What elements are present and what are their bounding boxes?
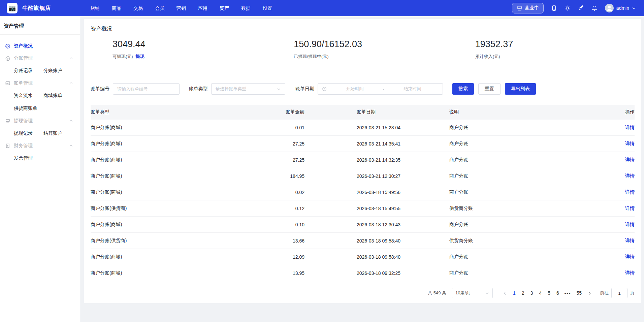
goto-page-input[interactable]: [611, 288, 627, 298]
cell-desc: 商户分账: [449, 222, 614, 228]
sidebar-subitem[interactable]: 商城账单: [43, 89, 76, 102]
cell-bill-date: 2026-03-18 12:30:43: [357, 222, 449, 227]
cell-desc: 供货商分账: [449, 205, 614, 212]
group-label: 提现管理: [14, 118, 33, 124]
page-number-2[interactable]: 2: [522, 290, 524, 296]
col-action: 操作: [614, 109, 635, 115]
cell-bill-amount: 27.25: [264, 141, 304, 147]
page-number-3[interactable]: 3: [530, 290, 533, 296]
cell-desc: 商户分账: [449, 254, 614, 260]
prev-page-icon[interactable]: [503, 291, 507, 295]
page-size-select[interactable]: 10条/页: [452, 288, 493, 298]
table-header: 账单类型 账单金额 账单日期 说明 操作: [91, 105, 635, 120]
page-number-5[interactable]: 5: [548, 290, 550, 296]
detail-link[interactable]: 详情: [625, 205, 635, 211]
sidebar-subgroup-profit-sharing: 分账记录分账账户: [4, 64, 76, 77]
cell-desc: 供货商分账: [449, 238, 614, 244]
reset-button[interactable]: 重置: [478, 83, 501, 95]
withdraw-link[interactable]: 提现: [136, 54, 144, 60]
settings-gear-icon[interactable]: [565, 5, 571, 11]
sidebar-subitem[interactable]: 分账记录: [14, 64, 43, 77]
profit-sharing-icon: [5, 56, 10, 61]
detail-link[interactable]: 详情: [625, 141, 635, 146]
col-bill-type: 账单类型: [91, 109, 264, 115]
stat-value: 19352.37: [475, 39, 635, 50]
export-button[interactable]: 导出列表: [505, 83, 536, 95]
page-number-1[interactable]: 1: [513, 290, 516, 296]
user-menu[interactable]: admin: [605, 4, 636, 12]
sidebar-subitem[interactable]: 资金流水: [14, 89, 43, 102]
nav-item-app[interactable]: 应用: [192, 0, 214, 16]
date-end-placeholder[interactable]: 结束时间: [386, 86, 439, 92]
pagination-ellipsis[interactable]: •••: [565, 291, 571, 296]
notification-bell-icon[interactable]: [591, 5, 598, 11]
detail-link[interactable]: 详情: [625, 173, 635, 179]
sidebar-subitem[interactable]: 提现记录: [14, 127, 43, 140]
page-number-last[interactable]: 55: [576, 290, 582, 296]
stats-row: 3049.44 可提现(元) 提现 150.90/16152.03 已提现/提现…: [91, 39, 635, 60]
sidebar-subitem[interactable]: 发票管理: [14, 152, 43, 165]
detail-link[interactable]: 详情: [625, 270, 635, 276]
detail-link[interactable]: 详情: [625, 254, 635, 259]
table-row: 商户分账(商城)27.252026-03-21 14:32:35商户分账详情: [91, 152, 635, 168]
storefront-icon: [517, 5, 522, 11]
sidebar-item-asset-overview[interactable]: 资产概况: [4, 40, 76, 52]
sidebar-group-finance[interactable]: 财务管理: [4, 140, 76, 152]
brand: 📷 牛酷旗舰店: [7, 3, 84, 13]
detail-link[interactable]: 详情: [625, 238, 635, 243]
detail-link[interactable]: 详情: [625, 222, 635, 227]
cell-bill-amount: 27.25: [264, 157, 304, 163]
table-row: 商户分账(商城)184.952026-03-21 12:30:27商户分账详情: [91, 168, 635, 184]
nav-item-trade[interactable]: 交易: [127, 0, 149, 16]
table-row: 商户分账(供货商)13.662026-03-18 09:58:40供货商分账详情: [91, 233, 635, 249]
date-range-picker[interactable]: 开始时间 - 结束时间: [318, 83, 443, 95]
topnav-right: 营业中 admi: [512, 3, 636, 13]
cell-bill-date: 2026-03-21 15:23:04: [357, 125, 449, 130]
sidebar-group-profit-sharing[interactable]: 分账管理: [4, 52, 76, 64]
store-status-label: 营业中: [525, 5, 539, 11]
nav-item-member[interactable]: 会员: [149, 0, 170, 16]
group-label: 账单管理: [14, 80, 33, 86]
detail-link[interactable]: 详情: [625, 157, 635, 162]
sidebar-subitem[interactable]: 分账账户: [43, 64, 76, 77]
bill-icon: [5, 80, 10, 86]
sidebar-subitem[interactable]: 供货商账单: [14, 102, 43, 115]
next-page-icon[interactable]: [587, 291, 592, 295]
nav-item-marketing[interactable]: 营销: [170, 0, 192, 16]
bill-no-input[interactable]: [117, 87, 175, 92]
cell-desc: 商户分账: [449, 141, 614, 147]
sidebar-group-withdrawal[interactable]: 提现管理: [4, 115, 76, 127]
main-content: 资产概况 3049.44 可提现(元) 提现 150.90/16152.03 已…: [84, 19, 641, 303]
mobile-preview-icon[interactable]: [551, 5, 557, 11]
cell-bill-type: 商户分账(商城): [91, 141, 264, 147]
nav-item-asset[interactable]: 资产: [214, 0, 235, 16]
nav-item-shop[interactable]: 店铺: [84, 0, 106, 16]
group-label: 财务管理: [14, 143, 33, 149]
chevron-up-icon: [69, 144, 73, 148]
table-row: 商户分账(供货商)0.122026-03-18 15:49:55供货商分账详情: [91, 200, 635, 217]
store-status-badge[interactable]: 营业中: [512, 3, 544, 13]
filter-bar: 账单编号 账单类型 请选择账单类型 账单日期 开始时间 - 结束时间 搜索: [91, 83, 635, 95]
sidebar-group-bill[interactable]: 账单管理: [4, 77, 76, 89]
nav-item-data[interactable]: 数据: [235, 0, 257, 16]
sidebar-subgroup-withdrawal: 提现记录结算账户: [4, 127, 76, 140]
sidebar-subitem[interactable]: 结算账户: [43, 127, 76, 140]
page-number-6[interactable]: 6: [556, 290, 559, 296]
goto-suffix: 页: [630, 290, 635, 296]
search-button[interactable]: 搜索: [452, 83, 474, 95]
date-start-placeholder[interactable]: 开始时间: [329, 86, 381, 92]
page-number-4[interactable]: 4: [539, 290, 542, 296]
detail-link[interactable]: 详情: [625, 189, 635, 195]
date-separator: -: [383, 87, 384, 92]
detail-link[interactable]: 详情: [625, 125, 635, 130]
page-title: 资产概况: [91, 26, 635, 33]
cell-bill-type: 商户分账(商城): [91, 189, 264, 195]
cell-bill-date: 2026-03-18 09:58:40: [357, 238, 449, 244]
bill-type-label: 账单类型: [189, 86, 208, 92]
nav-item-settings[interactable]: 设置: [257, 0, 278, 16]
nav-item-goods[interactable]: 商品: [106, 0, 127, 16]
cell-bill-type: 商户分账(商城): [91, 222, 264, 228]
col-bill-date: 账单日期: [357, 109, 449, 115]
rocket-icon[interactable]: [578, 5, 584, 11]
bill-type-select[interactable]: 请选择账单类型: [211, 83, 285, 95]
